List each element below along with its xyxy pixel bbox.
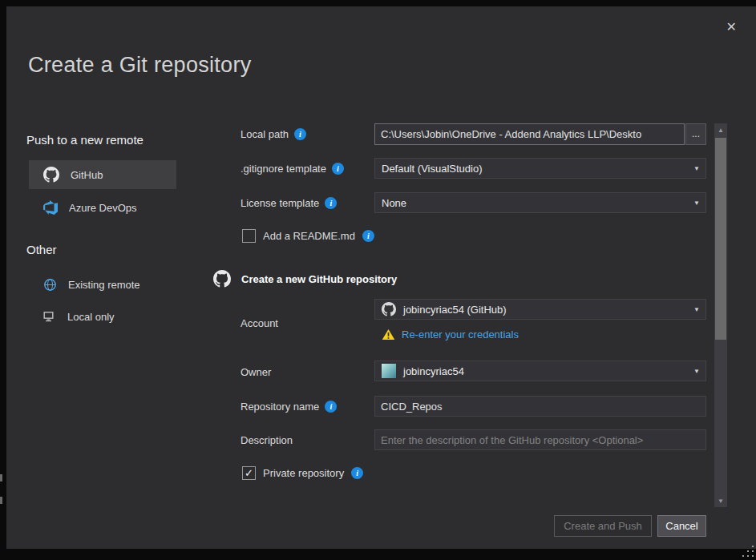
heading-text: Create a new GitHub repository (241, 273, 397, 285)
label-text: Repository name (241, 401, 319, 413)
sidebar-item-existing-remote[interactable]: Existing remote (29, 271, 176, 298)
github-section-heading: Create a new GitHub repository (213, 270, 397, 288)
dropdown-value: Default (VisualStudio) (382, 163, 483, 175)
description-input[interactable] (374, 429, 706, 450)
resize-grip[interactable] (742, 546, 754, 558)
owner-label: Owner (241, 365, 271, 379)
info-icon[interactable]: i (325, 197, 337, 209)
add-readme-checkbox[interactable]: ✓ (242, 229, 256, 243)
github-icon (43, 167, 59, 183)
azure-devops-icon (43, 200, 58, 215)
info-icon[interactable]: i (362, 230, 374, 242)
chevron-down-icon: ▼ (693, 306, 700, 313)
label-text: Local path (241, 128, 289, 140)
owner-dropdown[interactable]: jobincyriac54 ▼ (374, 361, 706, 381)
credentials-warning-row: Re-enter your credentials (382, 327, 519, 341)
create-git-repository-dialog: ✕ Create a Git repository Push to a new … (6, 6, 756, 549)
label-text: Account (241, 317, 278, 329)
label-text: Owner (241, 366, 271, 378)
dropdown-value: jobincyriac54 (403, 365, 464, 377)
license-template-label: License template i (241, 192, 337, 213)
background-window-artifact (0, 474, 2, 481)
sidebar-item-label: Existing remote (68, 279, 140, 291)
background-window-artifact (0, 497, 2, 504)
dropdown-value: jobincyriac54 (GitHub) (403, 304, 507, 316)
info-icon[interactable]: i (294, 128, 306, 140)
sidebar-item-label: GitHub (71, 169, 103, 181)
vertical-scrollbar[interactable]: ▲ ▼ (714, 123, 727, 507)
github-avatar-icon (382, 302, 396, 316)
sidebar-item-label: Azure DevOps (69, 202, 137, 214)
chevron-down-icon: ▼ (693, 368, 700, 375)
checkbox-label: Add a README.md (263, 230, 355, 242)
check-icon: ✓ (245, 468, 253, 478)
scroll-up-icon[interactable]: ▲ (714, 123, 727, 136)
local-path-input[interactable] (374, 123, 685, 145)
gitignore-template-dropdown[interactable]: Default (VisualStudio) ▼ (374, 158, 706, 179)
label-text: .gitignore template (241, 163, 326, 175)
browse-button[interactable]: ... (685, 123, 706, 145)
private-repository-row: ✓ Private repository i (242, 465, 363, 481)
description-label: Description (241, 429, 293, 450)
warning-icon (382, 328, 395, 340)
sidebar-item-local-only[interactable]: Local only (29, 303, 176, 330)
repository-name-label: Repository name i (241, 396, 337, 417)
dropdown-value: None (382, 197, 406, 209)
sidebar-item-azure-devops[interactable]: Azure DevOps (29, 193, 176, 222)
add-readme-row: ✓ Add a README.md i (242, 228, 374, 244)
sidebar-item-github[interactable]: GitHub (29, 160, 176, 189)
chevron-down-icon: ▼ (693, 199, 700, 207)
chevron-down-icon: ▼ (693, 165, 700, 172)
account-dropdown[interactable]: jobincyriac54 (GitHub) ▼ (374, 299, 706, 320)
sidebar-item-label: Local only (67, 311, 115, 323)
info-icon[interactable]: i (325, 401, 337, 413)
dialog-title: Create a Git repository (28, 53, 252, 78)
reenter-credentials-link[interactable]: Re-enter your credentials (402, 328, 519, 340)
license-template-dropdown[interactable]: None ▼ (374, 192, 706, 213)
label-text: License template (241, 197, 319, 209)
repository-name-input[interactable] (374, 396, 706, 417)
sidebar-heading-other: Other (26, 243, 57, 256)
github-icon (213, 270, 231, 288)
private-repository-checkbox[interactable]: ✓ (242, 466, 256, 480)
label-text: Description (241, 434, 293, 446)
account-label: Account (241, 316, 278, 330)
scrollbar-thumb[interactable] (715, 138, 726, 340)
create-and-push-button[interactable]: Create and Push (554, 515, 652, 537)
close-icon[interactable]: ✕ (726, 19, 737, 34)
cancel-button[interactable]: Cancel (657, 515, 706, 537)
sidebar-heading-push-remote: Push to a new remote (26, 133, 144, 147)
checkbox-label: Private repository (263, 467, 344, 479)
local-path-label: Local path i (241, 123, 306, 145)
gitignore-template-label: .gitignore template i (241, 158, 344, 179)
globe-icon (43, 278, 57, 292)
info-icon[interactable]: i (332, 163, 344, 175)
owner-avatar (382, 364, 396, 378)
info-icon[interactable]: i (351, 467, 363, 479)
scroll-down-icon[interactable]: ▼ (714, 494, 727, 507)
computer-icon (43, 310, 56, 323)
